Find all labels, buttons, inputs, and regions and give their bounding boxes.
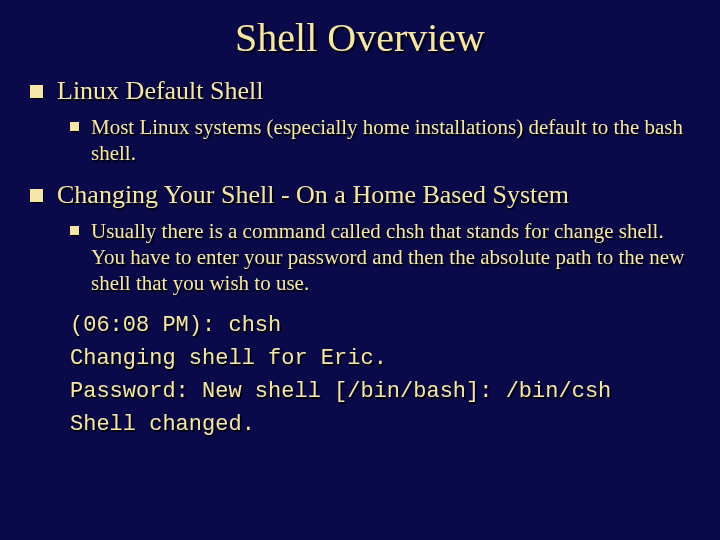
square-bullet-icon xyxy=(70,122,79,131)
terminal-output: (06:08 PM): chsh Changing shell for Eric… xyxy=(70,309,690,441)
sub-bullet-text: Usually there is a command called chsh t… xyxy=(91,218,690,297)
code-line: (06:08 PM): chsh xyxy=(70,309,690,342)
slide: Shell Overview Linux Default Shell Most … xyxy=(0,0,720,540)
bullet-level2: Most Linux systems (especially home inst… xyxy=(70,114,690,167)
square-bullet-icon xyxy=(30,85,43,98)
bullet-level2: Usually there is a command called chsh t… xyxy=(70,218,690,297)
section-heading: Changing Your Shell - On a Home Based Sy… xyxy=(57,179,569,210)
sub-bullet-text: Most Linux systems (especially home inst… xyxy=(91,114,690,167)
code-line: Changing shell for Eric. xyxy=(70,342,690,375)
square-bullet-icon xyxy=(30,189,43,202)
code-line: Password: New shell [/bin/bash]: /bin/cs… xyxy=(70,375,690,408)
bullet-level1: Linux Default Shell xyxy=(30,75,690,106)
slide-title: Shell Overview xyxy=(30,14,690,61)
code-line: Shell changed. xyxy=(70,408,690,441)
sub-bullet-group: Most Linux systems (especially home inst… xyxy=(70,114,690,167)
sub-bullet-group: Usually there is a command called chsh t… xyxy=(70,218,690,297)
section-heading: Linux Default Shell xyxy=(57,75,264,106)
bullet-level1: Changing Your Shell - On a Home Based Sy… xyxy=(30,179,690,210)
square-bullet-icon xyxy=(70,226,79,235)
